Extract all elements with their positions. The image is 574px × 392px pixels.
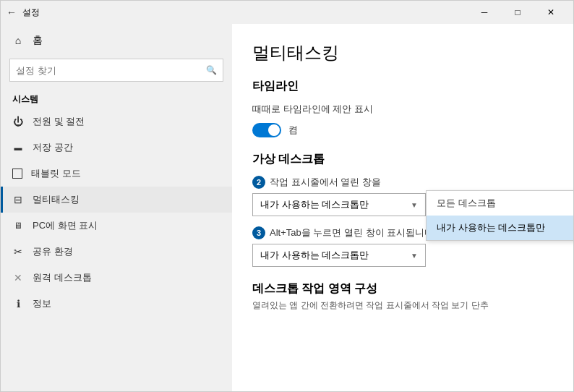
dropdown-option-all[interactable]: 모든 데스크톱 bbox=[427, 191, 573, 216]
search-box: 🔍 bbox=[9, 59, 223, 82]
sidebar-item-label: 저장 공간 bbox=[33, 141, 73, 154]
virtual-section-title: 가상 데스크톱 bbox=[252, 152, 553, 167]
timeline-section-title: 타임라인 bbox=[252, 79, 553, 94]
content: ⌂ 홈 🔍 시스템 ⏻ 전원 및 절전 ▬ 저장 공간 태블릿 모드 bbox=[1, 24, 573, 391]
alttab-label-text: Alt+Tab을 누르면 열린 창이 표시됩니다. bbox=[270, 226, 437, 239]
timeline-setting-label: 때때로 타임라인에 제안 표시 bbox=[252, 103, 553, 116]
task-label-row: 2 작업 표시줄에서 열린 창을 bbox=[252, 176, 553, 189]
task-dropdown-container: 내가 사용하는 데스크톱만 ▼ 모든 데스크톱 내가 사용하는 데스크톱만 bbox=[252, 193, 553, 216]
sharing-icon: ✂ bbox=[12, 246, 24, 257]
main-content: 멀티태스킹 타임라인 때때로 타임라인에 제안 표시 켬 가상 데스크톱 2 작… bbox=[232, 24, 573, 391]
chevron-down-icon: ▼ bbox=[411, 201, 418, 209]
title-bar-left: ← 설정 bbox=[7, 7, 468, 19]
title-bar: ← 설정 ─ □ ✕ bbox=[1, 1, 573, 24]
dropdown-popup: 모든 데스크톱 내가 사용하는 데스크톱만 bbox=[426, 190, 573, 241]
chevron-down-icon-2: ▼ bbox=[411, 252, 418, 260]
sidebar-item-label: 태블릿 모드 bbox=[31, 167, 81, 180]
sidebar-item-multitasking[interactable]: ⊟ 멀티태스킹 bbox=[1, 187, 232, 213]
title-bar-controls: ─ □ ✕ bbox=[468, 1, 567, 24]
power-icon: ⏻ bbox=[12, 116, 24, 127]
back-button[interactable]: ← bbox=[7, 7, 17, 18]
sidebar-item-power[interactable]: ⏻ 전원 및 절전 bbox=[1, 108, 232, 135]
search-icon: 🔍 bbox=[206, 65, 217, 75]
search-input[interactable] bbox=[16, 65, 206, 76]
sidebar: ⌂ 홈 🔍 시스템 ⏻ 전원 및 절전 ▬ 저장 공간 태블릿 모드 bbox=[1, 24, 232, 391]
dropdown-option-mine[interactable]: 내가 사용하는 데스크톱만 bbox=[427, 216, 573, 240]
home-icon: ⌂ bbox=[12, 35, 24, 46]
window: ← 설정 ─ □ ✕ ⌂ 홈 🔍 시스템 ⏻ bbox=[0, 0, 574, 392]
sidebar-item-label: 원격 데스크톱 bbox=[33, 271, 92, 284]
sidebar-home-item[interactable]: ⌂ 홈 bbox=[1, 27, 232, 54]
alttab-dropdown-container: 내가 사용하는 데스크톱만 ▼ bbox=[252, 244, 553, 267]
tablet-icon bbox=[12, 169, 22, 179]
page-title: 멀티태스킹 bbox=[252, 41, 553, 64]
remote-icon: ✕ bbox=[12, 272, 24, 284]
task-badge: 2 bbox=[252, 176, 265, 189]
sidebar-item-label: 공유 환경 bbox=[33, 245, 73, 258]
alttab-dropdown[interactable]: 내가 사용하는 데스크톱만 ▼ bbox=[252, 244, 426, 267]
storage-icon: ▬ bbox=[12, 142, 24, 153]
sidebar-item-label: 멀티태스킹 bbox=[33, 193, 80, 206]
task-dropdown-value: 내가 사용하는 데스크톱만 bbox=[260, 198, 369, 211]
toggle-label: 켬 bbox=[288, 124, 298, 137]
home-label: 홈 bbox=[33, 34, 43, 47]
timeline-toggle[interactable] bbox=[252, 123, 281, 137]
toggle-row: 켬 bbox=[252, 123, 553, 137]
alttab-dropdown-value: 내가 사용하는 데스크톱만 bbox=[260, 249, 369, 262]
sidebar-item-label: 전원 및 절전 bbox=[33, 115, 85, 128]
sidebar-item-label: 정보 bbox=[33, 297, 51, 310]
close-button[interactable]: ✕ bbox=[534, 1, 567, 24]
minimize-button[interactable]: ─ bbox=[468, 1, 501, 24]
sidebar-item-sharing[interactable]: ✂ 공유 환경 bbox=[1, 239, 232, 265]
sidebar-item-remote[interactable]: ✕ 원격 데스크톱 bbox=[1, 265, 232, 291]
sidebar-item-tablet[interactable]: 태블릿 모드 bbox=[1, 161, 232, 187]
task-dropdown[interactable]: 내가 사용하는 데스크톱만 ▼ bbox=[252, 193, 426, 216]
display-icon: 🖥 bbox=[12, 220, 24, 231]
sidebar-item-display[interactable]: 🖥 PC에 화면 표시 bbox=[1, 213, 232, 239]
sidebar-section-header: 시스템 bbox=[1, 89, 232, 108]
task-label-text: 작업 표시줄에서 열린 창을 bbox=[270, 176, 381, 189]
maximize-button[interactable]: □ bbox=[501, 1, 534, 24]
desktop-section-desc: 열려있는 앱 간에 전환하려면 작업 표시줄에서 작업 보기 단추 bbox=[252, 299, 553, 312]
desktop-section-title: 데스크톱 작업 영역 구성 bbox=[252, 281, 553, 297]
alttab-badge: 3 bbox=[252, 226, 265, 239]
multitasking-icon: ⊟ bbox=[12, 194, 24, 205]
about-icon: ℹ bbox=[12, 298, 24, 310]
sidebar-item-label: PC에 화면 표시 bbox=[33, 219, 98, 232]
sidebar-item-about[interactable]: ℹ 정보 bbox=[1, 291, 232, 317]
sidebar-item-storage[interactable]: ▬ 저장 공간 bbox=[1, 135, 232, 161]
title-bar-title: 설정 bbox=[22, 7, 40, 19]
